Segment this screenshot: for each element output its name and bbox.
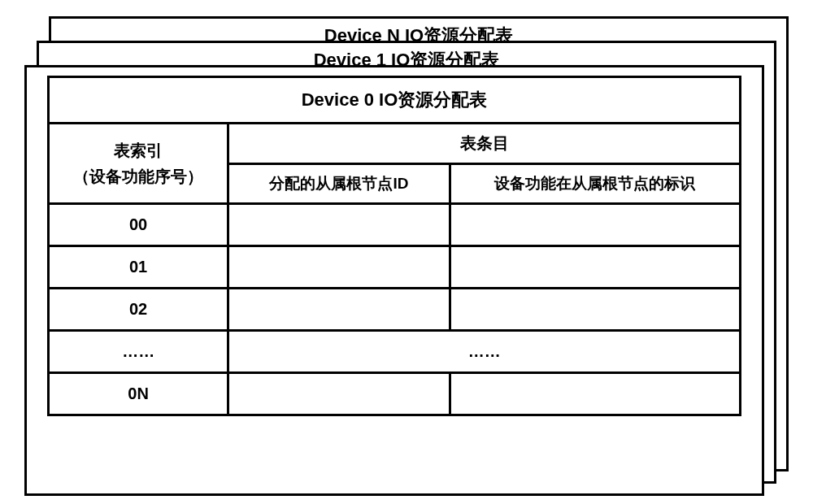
row-col2 xyxy=(450,246,740,289)
row-index: …… xyxy=(49,331,228,373)
row-col1 xyxy=(228,289,450,331)
table-row: 02 xyxy=(49,289,741,331)
row-index: 00 xyxy=(49,204,228,246)
row-index: 01 xyxy=(49,246,228,289)
table-row: …… …… xyxy=(49,331,741,373)
table-row: 01 xyxy=(49,246,741,289)
row-index: 02 xyxy=(49,289,228,331)
table-title: Device 0 IO资源分配表 xyxy=(49,77,741,124)
card-device-0: Device 0 IO资源分配表 表索引 （设备功能序号） 表条目 分配的从属根… xyxy=(24,65,764,496)
row-col1 xyxy=(228,246,450,289)
entry-header: 表条目 xyxy=(228,124,741,164)
row-ellipsis: …… xyxy=(228,331,741,373)
row-col2 xyxy=(450,289,740,331)
table-row: 00 xyxy=(49,204,741,246)
index-header-line1: 表索引 xyxy=(54,137,222,163)
row-col2 xyxy=(450,204,740,246)
row-index: 0N xyxy=(49,373,228,415)
io-resource-table: Device 0 IO资源分配表 表索引 （设备功能序号） 表条目 分配的从属根… xyxy=(47,76,741,416)
entry-col2-header: 设备功能在从属根节点的标识 xyxy=(450,164,740,204)
row-col1 xyxy=(228,373,450,415)
table-row: 0N xyxy=(49,373,741,415)
table-container: Device 0 IO资源分配表 表索引 （设备功能序号） 表条目 分配的从属根… xyxy=(27,67,762,437)
row-col2 xyxy=(450,373,740,415)
row-col1 xyxy=(228,204,450,246)
index-header: 表索引 （设备功能序号） xyxy=(49,124,228,204)
index-header-line2: （设备功能序号） xyxy=(54,163,222,189)
entry-col1-header: 分配的从属根节点ID xyxy=(228,164,450,204)
